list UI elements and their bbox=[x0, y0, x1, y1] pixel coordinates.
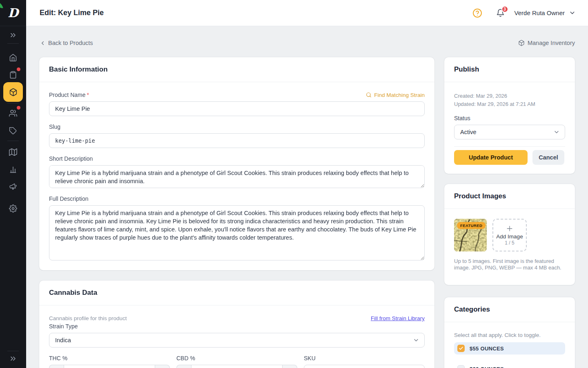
full-description-textarea[interactable] bbox=[49, 205, 425, 260]
cannabis-data-title: Cannabis Data bbox=[49, 289, 97, 297]
sidebar: D bbox=[0, 0, 26, 368]
add-image-label: Add Image bbox=[496, 233, 523, 240]
product-images-title: Product Images bbox=[454, 192, 506, 200]
chevron-down-icon bbox=[413, 337, 419, 343]
fill-from-strain-library-link[interactable]: Fill from Strain Library bbox=[371, 315, 425, 321]
add-image-button[interactable]: Add Image 1 / 5 bbox=[492, 219, 527, 251]
categories-card: Categories Select all that apply. Click … bbox=[444, 297, 575, 368]
product-name-label: Product Name* bbox=[49, 92, 89, 98]
slug-label: Slug bbox=[49, 123, 425, 130]
back-to-products-link[interactable]: Back to Products bbox=[40, 40, 93, 46]
map-icon bbox=[9, 148, 17, 156]
category-label: $55 OUNCES bbox=[470, 346, 504, 352]
strain-type-label: Strain Type bbox=[49, 323, 425, 330]
find-matching-strain-link[interactable]: Find Matching Strain bbox=[366, 92, 425, 98]
chevrons-right-icon bbox=[9, 355, 17, 363]
sidebar-item-marketing[interactable] bbox=[0, 178, 26, 195]
sidebar-collapse-toggle-bottom[interactable] bbox=[0, 353, 26, 364]
tag-icon bbox=[9, 127, 17, 135]
category-label: $66 OUNCES bbox=[470, 366, 504, 368]
slug-input[interactable] bbox=[49, 133, 425, 148]
created-date: Created: Mar 29, 2026 bbox=[454, 92, 565, 100]
sidebar-item-analytics[interactable] bbox=[0, 161, 26, 178]
publish-divider bbox=[454, 146, 565, 147]
short-description-textarea[interactable] bbox=[49, 165, 425, 188]
help-button[interactable] bbox=[472, 8, 482, 18]
manage-inventory-label: Manage Inventory bbox=[528, 40, 575, 46]
find-matching-strain-label: Find Matching Strain bbox=[374, 92, 425, 98]
thc-increment-button[interactable] bbox=[155, 365, 170, 368]
bar-chart-icon bbox=[9, 166, 17, 174]
user-menu-caret[interactable] bbox=[569, 9, 576, 16]
chevron-left-icon bbox=[40, 40, 46, 46]
categories-hint: Select all that apply. Click to toggle. bbox=[454, 332, 565, 338]
users-icon bbox=[9, 109, 17, 117]
strain-type-select[interactable]: Indica bbox=[49, 333, 425, 348]
cannabis-profile-note: Cannabis profile for this product bbox=[49, 315, 127, 321]
product-image-thumbnail[interactable]: FEATURED bbox=[454, 219, 487, 251]
categories-title: Categories bbox=[454, 305, 490, 314]
help-circle-icon bbox=[472, 8, 482, 18]
product-images-card: Product Images bbox=[444, 184, 575, 285]
cube-icon bbox=[518, 40, 525, 46]
category-row-66-ounces[interactable]: $66 OUNCES bbox=[454, 363, 565, 368]
cbd-stepper bbox=[176, 365, 297, 368]
manage-inventory-link[interactable]: Manage Inventory bbox=[518, 40, 575, 46]
cbd-increment-button[interactable] bbox=[283, 365, 297, 368]
orders-notification-dot bbox=[17, 67, 20, 71]
checked-checkbox[interactable] bbox=[457, 345, 465, 352]
update-product-button[interactable]: Update Product bbox=[454, 150, 528, 165]
thc-label: THC % bbox=[49, 355, 170, 361]
sidebar-item-customers[interactable] bbox=[0, 105, 26, 122]
user-menu[interactable]: Verde Ruta Owner bbox=[514, 9, 565, 16]
chevron-down-icon bbox=[569, 9, 576, 16]
notifications-button[interactable]: 3 bbox=[496, 9, 505, 17]
category-row-55-ounces[interactable]: $55 OUNCES bbox=[454, 342, 565, 355]
sidebar-item-tags[interactable] bbox=[0, 122, 26, 139]
leaf-icon bbox=[0, 0, 3, 9]
sidebar-item-settings[interactable] bbox=[0, 200, 26, 217]
thc-input[interactable] bbox=[64, 365, 155, 368]
publish-title: Publish bbox=[454, 65, 479, 74]
chevron-down-icon bbox=[553, 129, 560, 135]
publish-card: Publish Created: Mar 29, 2026 Updated: M… bbox=[444, 57, 575, 174]
required-asterisk: * bbox=[87, 92, 89, 98]
cancel-button[interactable]: Cancel bbox=[532, 150, 564, 165]
back-link-label: Back to Products bbox=[48, 40, 93, 46]
sidebar-divider bbox=[7, 141, 19, 141]
product-name-input[interactable] bbox=[49, 101, 425, 116]
strain-type-value: Indica bbox=[55, 337, 71, 343]
cube-icon bbox=[9, 88, 18, 96]
image-upload-caption: Up to 5 images. First image is the featu… bbox=[454, 258, 565, 271]
gear-icon bbox=[9, 204, 17, 213]
home-icon bbox=[9, 54, 17, 62]
chevrons-right-icon bbox=[9, 31, 17, 39]
sku-input[interactable] bbox=[304, 365, 425, 368]
sidebar-divider bbox=[7, 351, 19, 351]
search-icon bbox=[366, 92, 372, 98]
check-icon bbox=[459, 346, 463, 351]
basic-information-card: Basic Information Product Name* Find Mat… bbox=[39, 57, 434, 270]
basic-information-title: Basic Information bbox=[49, 65, 108, 74]
app-logo[interactable]: D bbox=[0, 0, 26, 26]
cbd-label: CBD % bbox=[176, 355, 297, 361]
top-header: Edit: Key Lime Pie 3 Verde Ruta Owner bbox=[26, 0, 588, 26]
status-select[interactable]: Active bbox=[454, 125, 565, 139]
image-count: 1 / 5 bbox=[505, 240, 514, 246]
sidebar-expand-toggle[interactable] bbox=[0, 29, 26, 41]
sidebar-item-products-active[interactable] bbox=[3, 82, 23, 102]
page-title: Edit: Key Lime Pie bbox=[40, 9, 104, 17]
cbd-input[interactable] bbox=[191, 365, 283, 368]
sidebar-divider bbox=[7, 103, 19, 103]
sidebar-item-orders[interactable] bbox=[0, 66, 26, 83]
sku-label: SKU bbox=[304, 355, 425, 361]
short-description-label: Short Description bbox=[49, 155, 425, 162]
sidebar-item-strain-library[interactable] bbox=[0, 144, 26, 161]
sidebar-item-home[interactable] bbox=[0, 49, 26, 66]
unchecked-checkbox[interactable] bbox=[457, 365, 465, 368]
cannabis-data-card: Cannabis Data Cannabis profile for this … bbox=[39, 280, 434, 368]
thc-decrement-button[interactable] bbox=[49, 365, 64, 368]
customers-notification-dot bbox=[17, 106, 20, 110]
featured-badge: FEATURED bbox=[457, 222, 486, 229]
cbd-decrement-button[interactable] bbox=[176, 365, 191, 368]
